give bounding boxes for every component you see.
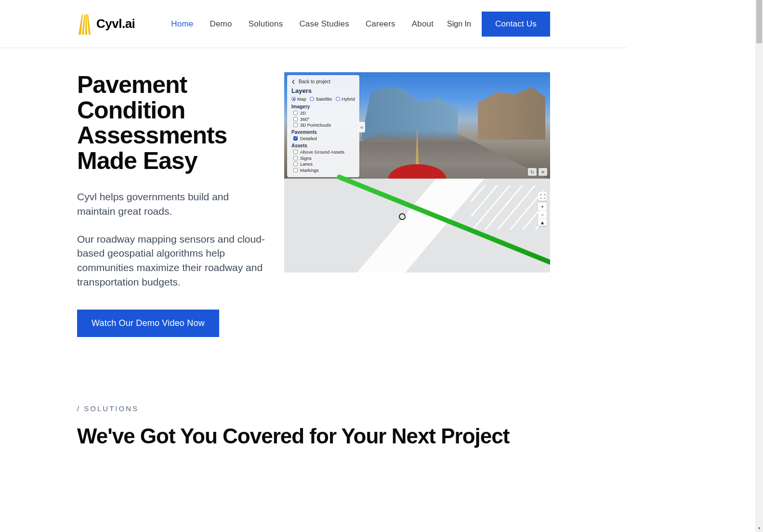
zoom-out-icon[interactable]: − [538, 210, 547, 218]
scrollbar[interactable]: ▴ ▾ [755, 0, 763, 448]
assets-lanes-checkbox[interactable]: Lanes [291, 161, 355, 167]
back-to-project-link[interactable]: Back to project [291, 79, 355, 84]
hero-section: Pavement Condition Assessments Made Easy… [0, 48, 627, 337]
nav-demo[interactable]: Demo [210, 19, 232, 29]
zoom-in-icon[interactable]: + [538, 203, 547, 210]
logo-mark-icon [77, 13, 92, 35]
collapse-panel-icon[interactable]: « [358, 122, 365, 132]
scrollbar-thumb[interactable] [756, 0, 762, 43]
imagery-360-checkbox[interactable]: 360° [291, 117, 355, 122]
nav-careers[interactable]: Careers [366, 19, 395, 29]
radio-icon [336, 97, 340, 101]
hero-paragraph-1: Cyvl helps governments build and maintai… [77, 190, 270, 219]
logo-text: Cyvl.ai [96, 16, 135, 31]
layers-title: Layers [291, 87, 355, 94]
contact-us-button[interactable]: Contact Us [482, 12, 550, 37]
solutions-section: / SOLUTIONS We've Got You Covered for Yo… [0, 337, 627, 448]
assets-section-label: Assets [291, 143, 355, 148]
streetview-controls: ↻ ✕ [528, 168, 547, 176]
imagery-3d-checkbox[interactable]: 3D Pointclouds [291, 122, 355, 128]
solutions-title: We've Got You Covered for Your Next Proj… [77, 424, 627, 448]
map-view[interactable]: ⛶ + − ▲ [284, 179, 550, 272]
solutions-eyebrow: / SOLUTIONS [77, 404, 627, 413]
radio-icon [310, 97, 314, 101]
hero-paragraph-2: Our roadway mapping sensors and cloud-ba… [77, 232, 270, 289]
nav-case-studies[interactable]: Case Studies [299, 19, 349, 29]
map-fullscreen-icon[interactable]: ⛶ [538, 192, 547, 201]
compass-icon[interactable]: ▲ [538, 218, 547, 226]
radio-icon [291, 97, 296, 101]
refresh-icon[interactable]: ↻ [528, 168, 537, 176]
building-graphic [478, 87, 545, 140]
checkbox-icon [293, 111, 298, 115]
product-screenshot: ↻ ✕ Back to project Layers Map Satellite… [284, 72, 550, 272]
site-header: Cyvl.ai Home Demo Solutions Case Studies… [0, 0, 627, 48]
map-zoom-controls: + − ▲ [538, 203, 547, 226]
basemap-hybrid-radio[interactable]: Hybrid [336, 96, 355, 102]
hero-text: Pavement Condition Assessments Made Easy… [77, 72, 270, 337]
checkbox-icon [293, 168, 298, 172]
map-parking-graphic [471, 185, 543, 230]
layers-panel: Back to project Layers Map Satellite Hyb… [287, 75, 359, 177]
checkbox-icon [293, 136, 298, 141]
assets-above-ground-checkbox[interactable]: Above Ground Assets [291, 149, 355, 155]
basemap-map-radio[interactable]: Map [291, 96, 306, 102]
checkbox-icon [293, 156, 298, 160]
assets-markings-checkbox[interactable]: Markings [291, 168, 355, 173]
nav-home[interactable]: Home [171, 19, 193, 29]
back-label: Back to project [299, 79, 330, 84]
checkbox-icon [293, 117, 298, 121]
watch-demo-button[interactable]: Watch Our Demo Video Now [77, 310, 219, 337]
hero-title: Pavement Condition Assessments Made Easy [77, 72, 270, 173]
checkbox-icon [293, 123, 298, 127]
basemap-options: Map Satellite Hybrid [291, 96, 355, 102]
imagery-2d-checkbox[interactable]: 2D [291, 110, 355, 116]
nav-solutions[interactable]: Solutions [249, 19, 283, 29]
header-right: Sign In Contact Us [447, 12, 627, 37]
logo[interactable]: Cyvl.ai [77, 13, 135, 35]
imagery-section-label: Imagery [291, 104, 355, 109]
checkbox-icon [293, 150, 298, 154]
signin-link[interactable]: Sign In [447, 20, 471, 28]
assets-signs-checkbox[interactable]: Signs [291, 156, 355, 161]
pavements-section-label: Pavements [291, 130, 355, 135]
basemap-satellite-radio[interactable]: Satellite [310, 96, 332, 102]
pavements-detailed-checkbox[interactable]: Detailed [291, 136, 355, 141]
close-icon[interactable]: ✕ [539, 168, 547, 176]
arrow-left-icon [291, 79, 296, 84]
checkbox-icon [293, 162, 298, 166]
main-nav: Home Demo Solutions Case Studies Careers… [171, 19, 434, 29]
nav-about[interactable]: About [412, 19, 434, 29]
map-cursor-icon [399, 213, 406, 220]
